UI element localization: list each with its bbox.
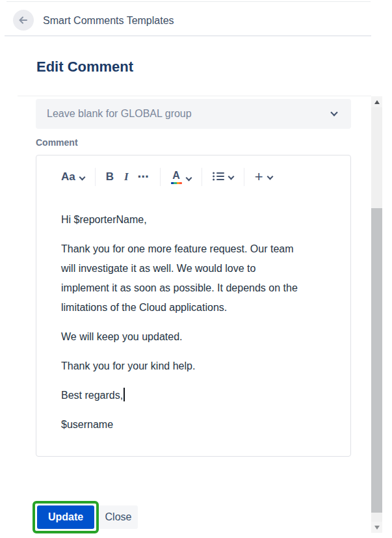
editor-toolbar: Aa B I ⋯ A bbox=[61, 166, 350, 188]
triangle-up-icon bbox=[374, 100, 380, 104]
scrollbar[interactable] bbox=[371, 96, 382, 533]
toolbar-separator bbox=[244, 168, 244, 186]
back-button[interactable] bbox=[13, 10, 34, 31]
highlight-box: Update bbox=[33, 501, 99, 533]
paragraph: $username bbox=[61, 415, 323, 435]
text-line: will investigate it as well. We would lo… bbox=[61, 259, 323, 278]
chevron-down-icon bbox=[79, 174, 85, 181]
text-style-button[interactable]: Aa bbox=[61, 170, 85, 183]
text-line: limitations of the Cloud applications. bbox=[61, 298, 323, 317]
comment-editor: Aa B I ⋯ A bbox=[36, 155, 351, 457]
chevron-down-icon bbox=[267, 174, 273, 180]
toolbar-separator bbox=[202, 168, 202, 186]
chevron-down-icon bbox=[330, 109, 337, 116]
scroll-down-button[interactable] bbox=[371, 522, 382, 533]
more-formatting-button[interactable]: ⋯ bbox=[138, 170, 150, 185]
paragraph: Thank you for your kind help. bbox=[61, 356, 323, 376]
text-line: Thank you for one more feature request. … bbox=[61, 239, 323, 259]
text-line: Best regards, bbox=[61, 386, 323, 405]
divider bbox=[7, 1, 371, 2]
text-cursor bbox=[124, 388, 125, 401]
text-line: implement it as soon as possible. It dep… bbox=[61, 278, 323, 298]
text-line: Thank you for your kind help. bbox=[61, 356, 323, 376]
paragraph: We will keep you updated. bbox=[61, 327, 323, 347]
scroll-up-button[interactable] bbox=[371, 96, 382, 107]
divider bbox=[18, 96, 371, 96]
group-select[interactable]: Leave blank for GLOBAL group bbox=[36, 99, 351, 129]
group-select-placeholder: Leave blank for GLOBAL group bbox=[47, 108, 332, 120]
plus-icon: + bbox=[255, 171, 263, 183]
comment-editor-content[interactable]: Hi $reporterName,Thank you for one more … bbox=[36, 188, 350, 435]
arrow-left-icon bbox=[18, 15, 29, 25]
paragraph: Best regards, bbox=[61, 386, 323, 405]
close-button[interactable]: Close bbox=[99, 505, 138, 529]
page-title: Edit Comment bbox=[36, 59, 133, 75]
paragraph: Thank you for one more feature request. … bbox=[61, 239, 323, 317]
text-color-bar bbox=[171, 182, 182, 184]
bullet-list-icon bbox=[213, 172, 224, 183]
text-line: We will keep you updated. bbox=[61, 327, 323, 347]
update-button[interactable]: Update bbox=[37, 505, 94, 529]
bold-button[interactable]: B bbox=[106, 170, 114, 183]
comment-label: Comment bbox=[36, 137, 78, 148]
paragraph: Hi $reporterName, bbox=[61, 210, 323, 230]
dialog-title: Smart Comments Templates bbox=[43, 15, 174, 27]
toolbar-separator bbox=[160, 168, 161, 186]
triangle-down-icon bbox=[374, 526, 380, 530]
scrollbar-thumb[interactable] bbox=[371, 208, 382, 513]
toolbar-separator bbox=[95, 168, 96, 186]
text-color-icon: A bbox=[171, 170, 182, 184]
chevron-down-icon bbox=[228, 173, 234, 180]
chevron-down-icon bbox=[185, 174, 192, 181]
text-color-button[interactable]: A bbox=[171, 170, 191, 184]
text-line: $username bbox=[61, 415, 323, 435]
insert-button[interactable]: + bbox=[255, 171, 272, 183]
divider bbox=[5, 35, 371, 36]
text-line: Hi $reporterName, bbox=[61, 210, 323, 230]
italic-button[interactable]: I bbox=[124, 170, 129, 183]
smart-comments-dialog: Smart Comments Templates Edit Comment Le… bbox=[0, 0, 392, 538]
list-button[interactable] bbox=[213, 172, 233, 183]
